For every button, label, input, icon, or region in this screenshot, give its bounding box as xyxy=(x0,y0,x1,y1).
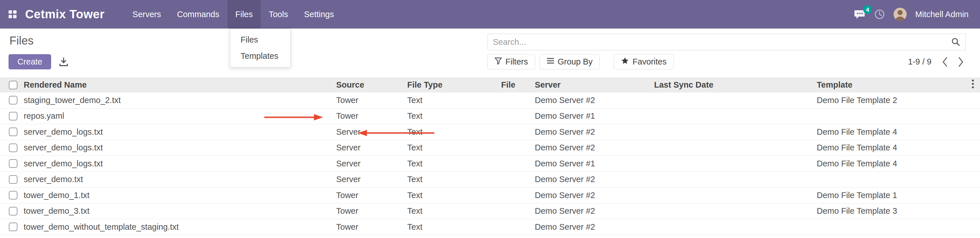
cell-template: Demo File Template 4 xyxy=(815,143,966,152)
cell-source: Tower xyxy=(334,95,405,105)
cell-template: Demo File Template 2 xyxy=(815,95,966,105)
cell-source: Server xyxy=(334,127,405,137)
menu-servers[interactable]: Servers xyxy=(124,0,169,29)
col-template[interactable]: Template xyxy=(815,80,966,90)
messages-badge: 4 xyxy=(863,5,872,14)
cell-source: Server xyxy=(334,159,405,168)
row-checkbox[interactable] xyxy=(9,96,18,105)
apps-grid-icon[interactable] xyxy=(8,10,17,19)
row-checkbox[interactable] xyxy=(9,144,18,152)
cell-rendered-name: staging_tower_demo_2.txt xyxy=(21,95,334,105)
cell-source: Server xyxy=(334,175,405,184)
menu-files[interactable]: Files xyxy=(228,0,261,29)
table-row[interactable]: tower_demo_1.txtTowerTextDemo Server #2D… xyxy=(0,187,980,203)
app-brand[interactable]: Cetmix Tower xyxy=(25,8,105,21)
cell-server: Demo Server #2 xyxy=(533,127,652,137)
table-body: staging_tower_demo_2.txtTowerTextDemo Se… xyxy=(0,92,980,235)
row-checkbox[interactable] xyxy=(9,175,18,184)
cell-rendered-name: repos.yaml xyxy=(21,111,334,121)
row-checkbox[interactable] xyxy=(9,159,18,168)
create-button[interactable]: Create xyxy=(9,54,51,69)
favorites-button[interactable]: Favorites xyxy=(614,54,673,69)
col-file[interactable]: File xyxy=(499,80,533,90)
search-input[interactable] xyxy=(488,34,946,50)
user-avatar[interactable] xyxy=(894,8,907,21)
table-row[interactable]: server_demo_logs.txtServerTextDemo Serve… xyxy=(0,156,980,172)
cell-file-type: Text xyxy=(405,206,499,216)
cell-source: Tower xyxy=(334,190,405,200)
cell-template: Demo File Template 1 xyxy=(815,190,966,200)
favorites-button-label: Favorites xyxy=(632,57,667,67)
row-checkbox[interactable] xyxy=(9,207,18,216)
col-rendered-name[interactable]: Rendered Name xyxy=(21,80,334,90)
group-by-list-icon xyxy=(547,57,554,67)
pager-range: 1-9 / 9 xyxy=(908,57,931,67)
main-menu: Servers Commands Files Tools Settings xyxy=(124,0,342,29)
cell-server: Demo Server #2 xyxy=(533,190,652,200)
row-checkbox[interactable] xyxy=(9,128,18,136)
user-name[interactable]: Mitchell Admin xyxy=(915,10,969,19)
cell-rendered-name: server_demo_logs.txt xyxy=(21,127,334,137)
cell-source: Tower xyxy=(334,206,405,216)
cell-file-type: Text xyxy=(405,159,499,168)
files-table: Rendered Name Source File Type File Serv… xyxy=(0,77,980,235)
row-checkbox[interactable] xyxy=(9,112,18,121)
menu-settings[interactable]: Settings xyxy=(296,0,342,29)
table-header: Rendered Name Source File Type File Serv… xyxy=(0,77,980,92)
col-last-sync-date[interactable]: Last Sync Date xyxy=(652,80,815,90)
cell-template: Demo File Template 3 xyxy=(815,206,966,216)
cell-source: Tower xyxy=(334,111,405,121)
pager: 1-9 / 9 xyxy=(908,54,967,69)
table-row[interactable]: staging_tower_demo_2.txtTowerTextDemo Se… xyxy=(0,92,980,108)
table-row[interactable]: server_demo_logs.txtServerTextDemo Serve… xyxy=(0,124,980,140)
cell-file-type: Text xyxy=(405,127,499,137)
cell-file-type: Text xyxy=(405,175,499,184)
pager-next-button[interactable] xyxy=(954,54,967,69)
files-dropdown-menu: Files Templates xyxy=(230,29,291,67)
col-server[interactable]: Server xyxy=(533,80,652,90)
cell-template: Demo File Template 4 xyxy=(815,159,966,168)
table-row[interactable]: server_demo_logs.txtServerTextDemo Serve… xyxy=(0,140,980,156)
cell-server: Demo Server #1 xyxy=(533,111,652,121)
col-source[interactable]: Source xyxy=(334,80,405,90)
menu-commands[interactable]: Commands xyxy=(169,0,227,29)
navbar-right: 4 Mitchell Admin xyxy=(854,8,980,21)
row-checkbox[interactable] xyxy=(9,191,18,200)
cell-rendered-name: tower_demo_1.txt xyxy=(21,190,334,200)
cell-server: Demo Server #2 xyxy=(533,143,652,152)
action-buttons: Create xyxy=(9,54,69,69)
table-row[interactable]: server_demo.txtServerTextDemo Server #2 xyxy=(0,172,980,188)
menu-tools[interactable]: Tools xyxy=(261,0,296,29)
pager-prev-button[interactable] xyxy=(938,54,951,69)
cell-file-type: Text xyxy=(405,95,499,105)
select-all-checkbox[interactable] xyxy=(9,81,18,89)
app-window: Cetmix Tower Servers Commands Files Tool… xyxy=(0,0,980,238)
col-file-type[interactable]: File Type xyxy=(405,80,499,90)
column-options-icon[interactable] xyxy=(971,79,975,91)
table-row[interactable]: tower_demo_without_template_staging.txtT… xyxy=(0,219,980,235)
cell-server: Demo Server #1 xyxy=(533,159,652,168)
search-icon[interactable] xyxy=(946,37,966,46)
table-row[interactable]: tower_demo_3.txtTowerTextDemo Server #2D… xyxy=(0,203,980,219)
filters-button[interactable]: Filters xyxy=(487,54,535,69)
row-checkbox[interactable] xyxy=(9,222,18,231)
cell-source: Server xyxy=(334,143,405,152)
cell-rendered-name: server_demo_logs.txt xyxy=(21,159,334,168)
dropdown-item-files[interactable]: Files xyxy=(230,32,290,48)
activities-clock-icon[interactable] xyxy=(874,9,885,20)
messages-icon[interactable]: 4 xyxy=(854,9,865,19)
cell-file-type: Text xyxy=(405,222,499,232)
top-navbar: Cetmix Tower Servers Commands Files Tool… xyxy=(0,0,980,29)
cell-rendered-name: tower_demo_3.txt xyxy=(21,206,334,216)
cell-server: Demo Server #2 xyxy=(533,222,652,232)
group-by-button[interactable]: Group By xyxy=(540,54,600,69)
search-box xyxy=(487,34,966,50)
filter-bar: Filters Group By Favorites xyxy=(487,54,674,69)
filter-funnel-icon xyxy=(495,57,502,67)
cell-file-type: Text xyxy=(405,143,499,152)
export-download-icon[interactable] xyxy=(59,57,69,67)
cell-server: Demo Server #2 xyxy=(533,206,652,216)
cell-server: Demo Server #2 xyxy=(533,95,652,105)
dropdown-item-templates[interactable]: Templates xyxy=(230,48,290,64)
table-row[interactable]: repos.yamlTowerTextDemo Server #1 xyxy=(0,108,980,124)
